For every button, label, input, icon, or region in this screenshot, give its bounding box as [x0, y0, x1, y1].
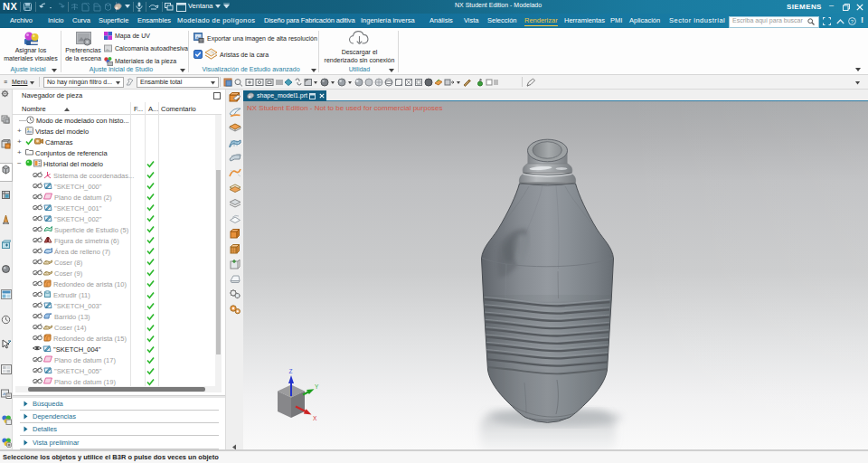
svg-text:X: X	[313, 415, 317, 421]
svg-text:Z: Z	[289, 368, 293, 374]
svg-text:?: ?	[851, 18, 854, 24]
svg-text:Y: Y	[315, 383, 319, 390]
